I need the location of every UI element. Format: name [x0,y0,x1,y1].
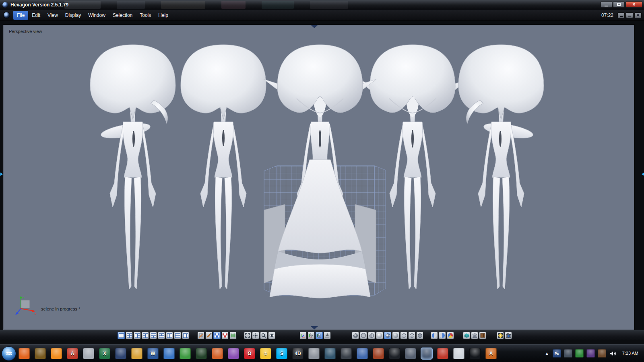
tray-app-icon[interactable] [586,349,595,358]
taskbar-app-icon[interactable] [324,348,336,359]
layout-two-columns-icon[interactable] [166,332,173,339]
taskbar-app-icon[interactable]: 4D [292,348,303,359]
menu-item[interactable]: Window [85,11,109,20]
zoom-view-icon[interactable] [260,332,267,339]
smooth-wire-sphere-icon[interactable] [384,332,391,339]
textured-sphere-icon[interactable] [392,332,399,339]
titlebar-minimize-button[interactable] [601,1,612,8]
checker-red-icon[interactable] [221,332,229,339]
crate-icon[interactable] [479,332,486,339]
taskbar-app-icon[interactable]: O [244,348,255,359]
layout-single-icon[interactable] [118,332,125,339]
menu-item[interactable]: Edit [28,11,44,20]
layout-two-top-one-bottom-icon[interactable] [158,332,165,339]
taskbar-app-icon[interactable]: S [276,348,287,359]
taskbar-app-icon[interactable] [19,348,30,359]
examine-view-icon[interactable] [268,332,275,339]
taskbar-app-icon[interactable] [453,348,464,359]
start-button[interactable] [2,346,16,361]
taskbar-app-icon[interactable] [51,348,62,359]
taskbar-app-icon[interactable] [228,348,239,359]
light-icon[interactable] [497,332,504,339]
taskbar-app-icon[interactable] [357,348,368,359]
taskbar-app-icon[interactable] [35,348,46,359]
taskbar-app-icon[interactable] [163,348,175,359]
smooth-half-left-icon[interactable] [431,332,438,339]
taskbar-app-icon[interactable] [212,348,223,359]
document-maximize-button[interactable] [626,12,633,18]
taskbar-app-icon[interactable]: X [99,348,110,359]
menu-item[interactable]: Display [62,11,85,20]
smoothing-group [431,332,454,339]
uv-grid-icon[interactable] [197,332,204,339]
taskbar-app-icon[interactable] [373,348,384,359]
window-titlebar[interactable]: Hexagon Version 2.5.1.79 × [0,0,644,10]
taskbar-app-icon[interactable] [421,348,432,359]
taskbar-app-icon[interactable] [115,348,126,359]
right-panel-expand-arrow[interactable] [640,173,644,176]
layout-quad-icon[interactable] [126,332,133,339]
layout-two-rows-icon[interactable] [174,332,181,339]
wireframe-sphere-icon[interactable] [352,332,359,339]
taskbar-app-icon[interactable] [389,348,400,359]
dotted-sphere-icon[interactable] [408,332,415,339]
tray-app-icon[interactable] [564,349,572,358]
menu-item[interactable]: Help [155,11,172,20]
taskbar-app-icon[interactable] [341,348,352,359]
taskbar-app-icon[interactable] [469,348,481,359]
axes-tool-icon[interactable] [299,332,307,339]
document-minimize-button[interactable] [617,12,625,18]
grid-green-icon[interactable] [229,332,237,339]
taskbar-app-icon[interactable]: W [147,348,159,359]
menu-item[interactable]: Selection [109,11,136,20]
render-camera-icon[interactable] [505,332,512,339]
points-sphere-icon[interactable] [416,332,423,339]
layout-two-left-one-right-icon[interactable] [142,332,149,339]
translate-tool-icon[interactable] [308,332,315,339]
menu-item[interactable]: View [44,11,62,20]
layout-one-left-two-right-icon[interactable] [134,332,141,339]
titlebar-maximize-button[interactable] [613,1,625,8]
cube-icon[interactable] [463,332,470,339]
taskbar-app-icon[interactable]: A [485,348,497,359]
3d-scene[interactable] [3,25,634,330]
titlebar-close-button[interactable]: × [625,1,642,8]
layers-icon[interactable] [471,332,478,339]
menu-item[interactable]: File [13,11,28,20]
taskbar-app-icon[interactable] [131,348,142,359]
perspective-viewport[interactable]: Perspective view y x selene in progress … [3,25,634,330]
smooth-multi-icon[interactable] [447,332,454,339]
fit-view-icon[interactable] [244,332,251,339]
layout-three-columns-icon[interactable] [182,332,189,339]
checker-blue-icon[interactable] [213,332,221,339]
universal-manipulator-icon[interactable] [316,332,323,339]
document-close-button[interactable]: × [634,12,642,18]
taskbar-app-icon[interactable] [308,348,320,359]
drop-tool-icon[interactable] [324,332,331,339]
taskbar-app-icon[interactable] [180,348,191,359]
flat-sphere-icon[interactable] [360,332,367,339]
layout-one-top-two-bottom-icon[interactable] [150,332,157,339]
taskbar-clock[interactable]: 7:23 AM [620,351,641,356]
speaker-icon[interactable] [610,351,616,356]
smooth-sphere-icon[interactable] [376,332,383,339]
taskbar-app-icon[interactable] [437,348,448,359]
tray-app-icon[interactable] [575,349,584,358]
menu-item[interactable]: Tools [136,11,155,20]
smooth-half-right-icon[interactable] [439,332,446,339]
viewport-splitter-handle-top[interactable] [311,25,318,28]
paint-material-icon[interactable] [205,332,213,339]
left-panel-expand-arrow[interactable] [0,173,4,176]
taskbar-app-icon[interactable]: A [67,348,78,359]
transparent-sphere-icon[interactable] [400,332,407,339]
taskbar-app-icon[interactable] [196,348,207,359]
tray-app-icon[interactable] [598,349,606,358]
tray-app-icon[interactable]: Ps [553,349,561,358]
show-hidden-icons-arrow[interactable]: ▲ [545,351,549,356]
taskbar-app-icon[interactable] [405,348,416,359]
taskbar-app-icon[interactable] [83,348,94,359]
viewport-splitter-handle-bottom[interactable] [311,326,318,329]
taskbar-app-icon[interactable]: ☺ [260,348,271,359]
flat-lines-sphere-icon[interactable] [368,332,375,339]
pan-view-icon[interactable] [252,332,259,339]
